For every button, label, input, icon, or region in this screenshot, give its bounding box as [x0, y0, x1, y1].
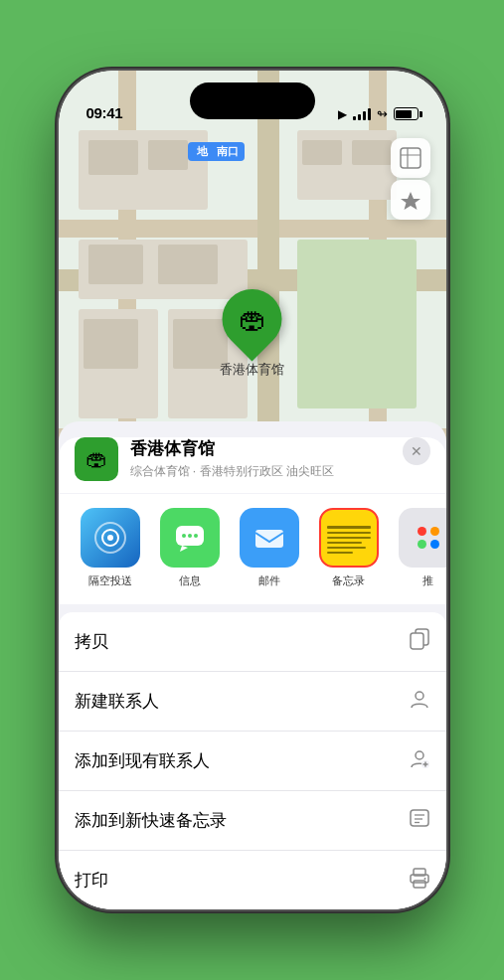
more-icon [399, 508, 446, 568]
pin-icon: 🏟 [239, 303, 266, 336]
svg-rect-15 [411, 810, 428, 826]
venue-logo: 🏟 [75, 437, 118, 481]
dynamic-island [190, 82, 315, 119]
share-row: 隔空投送 信息 [59, 494, 446, 604]
action-label-copy: 拷贝 [75, 630, 108, 653]
print-icon [409, 867, 430, 894]
svg-rect-0 [401, 148, 420, 168]
venue-pin[interactable]: 🏟 香港体育馆 [220, 289, 284, 379]
pin-circle: 🏟 [210, 277, 294, 362]
share-item-notes[interactable]: 备忘录 [313, 508, 385, 588]
north-label-text: 南口 [217, 145, 239, 157]
svg-point-4 [182, 534, 186, 538]
svg-rect-21 [414, 881, 425, 888]
location-button[interactable] [391, 180, 430, 220]
map-type-button[interactable] [391, 138, 430, 178]
notes-icon [319, 508, 379, 568]
venue-info: 香港体育馆 综合体育馆 · 香港特别行政区 油尖旺区 [130, 437, 391, 480]
svg-point-11 [416, 751, 423, 759]
svg-point-22 [423, 878, 425, 880]
venue-name: 香港体育馆 [130, 437, 391, 460]
share-label-mail: 邮件 [258, 573, 280, 588]
venue-desc: 综合体育馆 · 香港特别行政区 油尖旺区 [130, 463, 391, 480]
svg-point-10 [416, 692, 423, 700]
close-button[interactable]: ✕ [403, 437, 430, 465]
share-item-messages[interactable]: 信息 [154, 508, 226, 588]
action-label-print: 打印 [75, 869, 108, 892]
action-label-new-contact: 新建联系人 [75, 690, 159, 713]
quick-note-icon [409, 807, 430, 834]
airdrop-icon [81, 508, 140, 568]
share-item-mail[interactable]: 邮件 [234, 508, 305, 588]
map-controls [391, 138, 430, 220]
share-label-more: 推 [422, 573, 433, 588]
svg-point-6 [194, 534, 198, 538]
copy-icon [409, 628, 430, 655]
north-label: 地 南口 [188, 142, 245, 161]
action-row-quick-note[interactable]: 添加到新快速备忘录 [59, 791, 446, 851]
action-row-copy[interactable]: 拷贝 [59, 612, 446, 672]
venue-header: 🏟 香港体育馆 综合体育馆 · 香港特别行政区 油尖旺区 ✕ [59, 437, 446, 493]
phone-frame: 09:41 ▶ ↬ [59, 71, 446, 909]
battery-icon [394, 107, 419, 120]
action-list: 拷贝 新建联系人 [59, 612, 446, 909]
action-label-quick-note: 添加到新快速备忘录 [75, 809, 227, 832]
bottom-sheet: 🏟 香港体育馆 综合体育馆 · 香港特别行政区 油尖旺区 ✕ [59, 421, 446, 909]
action-row-print[interactable]: 打印 [59, 851, 446, 909]
status-icons: ▶ ↬ [338, 106, 419, 121]
location-icon: ▶ [338, 107, 347, 121]
svg-point-2 [107, 535, 113, 541]
new-contact-icon [409, 688, 430, 715]
mail-icon [240, 508, 299, 568]
action-row-new-contact[interactable]: 新建联系人 [59, 672, 446, 732]
action-row-add-existing[interactable]: 添加到现有联系人 [59, 732, 446, 791]
add-existing-icon [409, 747, 430, 774]
signal-bars [353, 108, 371, 120]
status-time: 09:41 [86, 104, 123, 121]
share-item-airdrop[interactable]: 隔空投送 [75, 508, 146, 588]
action-label-add-existing: 添加到现有联系人 [75, 749, 210, 772]
venue-logo-icon: 🏟 [85, 446, 107, 472]
share-item-more[interactable]: 推 [393, 508, 446, 588]
svg-rect-9 [411, 633, 423, 649]
pin-label: 香港体育馆 [220, 361, 284, 379]
svg-point-5 [188, 534, 192, 538]
wifi-icon: ↬ [377, 106, 388, 121]
svg-rect-7 [255, 530, 283, 548]
messages-icon [160, 508, 220, 568]
share-label-notes: 备忘录 [332, 573, 365, 588]
phone-screen: 09:41 ▶ ↬ [59, 71, 446, 909]
share-label-messages: 信息 [179, 573, 201, 588]
share-label-airdrop: 隔空投送 [88, 573, 132, 588]
